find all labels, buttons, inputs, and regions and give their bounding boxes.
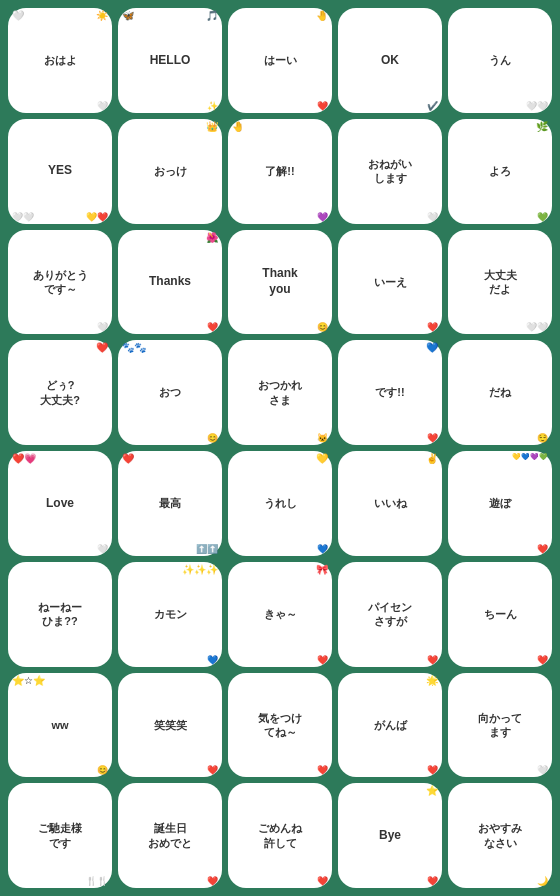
sticker-grid: 🤍 ☀️ おはよ 🤍 🦋 🎵 HELLO ✨ 🤚 はーい ❤️ OK ✔️ うん… [0, 0, 560, 896]
sticker-paisen[interactable]: パイセンさすが ❤️ [338, 562, 442, 667]
sticker-label: HELLO [150, 53, 191, 69]
sticker-label: Thankyou [262, 266, 297, 297]
sticker-saikou[interactable]: ❤️ 最高 ⬆️⬆️ [118, 451, 222, 556]
sticker-label: どぅ?大丈夫? [40, 378, 80, 407]
sticker-label: はーい [264, 53, 297, 67]
sticker-label: ごめんね許して [258, 821, 302, 850]
deco-heart: 🤍 [97, 322, 108, 332]
sticker-iine[interactable]: ✌️ いいね [338, 451, 442, 556]
deco-hearts2: 🤍🤍 [12, 212, 34, 222]
deco-heart: ❤️ [537, 544, 548, 554]
sticker-arigatou[interactable]: ありがとうです～ 🤍 [8, 230, 112, 335]
sticker-ganba[interactable]: 🌟 がんば ❤️ [338, 673, 442, 778]
sticker-label: おやすみなさい [478, 821, 522, 850]
sticker-thankyou[interactable]: Thankyou 😊 [228, 230, 332, 335]
deco-stars: ⭐☆⭐ [12, 675, 45, 686]
sticker-yes[interactable]: YES 💛❤️ 🤍🤍 [8, 119, 112, 224]
sticker-oyasumi[interactable]: おやすみなさい 🌙 [448, 783, 552, 888]
sticker-asobo[interactable]: 💛💙💜💚 遊ぼ ❤️ [448, 451, 552, 556]
deco-sparkle: ✨ [207, 101, 218, 111]
sticker-ok[interactable]: OK ✔️ [338, 8, 442, 113]
sticker-yoro[interactable]: 🌿 よろ 💚 [448, 119, 552, 224]
deco-music: 🎵 [206, 10, 218, 21]
deco-heart: 💜 [317, 212, 328, 222]
sticker-ww[interactable]: ⭐☆⭐ ww 😊 [8, 673, 112, 778]
deco-leaf: 🌿 [536, 121, 548, 132]
deco-hand: 🤚 [316, 10, 328, 21]
deco-moon: 🌙 [537, 876, 548, 886]
deco-heart: 🤍 [97, 544, 108, 554]
sticker-hello[interactable]: 🦋 🎵 HELLO ✨ [118, 8, 222, 113]
sticker-otsukaresama[interactable]: おつかれさま 🐱 [228, 340, 332, 445]
sticker-nee-hima[interactable]: ねーねーひま?? [8, 562, 112, 667]
sticker-label: うれし [264, 496, 297, 510]
deco-heart: ❤️ [427, 655, 438, 665]
deco-heart: 🤍 [12, 10, 24, 21]
deco-heart: ❤️ [207, 876, 218, 886]
sticker-iie[interactable]: いーえ ❤️ [338, 230, 442, 335]
sticker-un[interactable]: うん 🤍🤍 [448, 8, 552, 113]
deco-hearts: ❤️💗 [12, 453, 36, 464]
deco-heart: 🤍 [537, 765, 548, 775]
deco-heart: 💚 [537, 212, 548, 222]
sticker-hai[interactable]: 🤚 はーい ❤️ [228, 8, 332, 113]
sticker-gomenne[interactable]: ごめんね許して ❤️ [228, 783, 332, 888]
deco-ribbon: 🎀 [316, 564, 328, 575]
deco-hearts: 🤍🤍 [526, 322, 548, 332]
sticker-desu[interactable]: 💙 です!! ❤️ [338, 340, 442, 445]
sticker-kamon[interactable]: ✨✨✨ カモン 💙 [118, 562, 222, 667]
deco-butterfly: 🦋 [122, 10, 134, 21]
deco-heart: 💛 [316, 453, 328, 464]
sticker-label: 了解!! [265, 164, 294, 178]
sticker-label: YES [48, 163, 72, 179]
sticker-bye[interactable]: ⭐ Bye ❤️ [338, 783, 442, 888]
deco-cat: 🐱 [317, 433, 328, 443]
deco-heart: ❤️ [317, 765, 328, 775]
sticker-label: 大丈夫だよ [484, 268, 517, 297]
deco-smile: 😊 [317, 322, 328, 332]
sticker-warau[interactable]: 笑笑笑 ❤️ [118, 673, 222, 778]
deco-heart: ❤️ [537, 655, 548, 665]
deco-paws: 🐾🐾 [122, 342, 146, 353]
sticker-okke[interactable]: 👑 おっけ [118, 119, 222, 224]
deco-smile: 😊 [207, 433, 218, 443]
sticker-mukatte[interactable]: 向かってます 🤍 [448, 673, 552, 778]
deco-heart: ❤️ [317, 876, 328, 886]
sticker-label: ww [51, 718, 68, 732]
sticker-label: よろ [489, 164, 511, 178]
deco-heart: 💙 [317, 544, 328, 554]
sticker-label: Bye [379, 828, 401, 844]
sticker-label: 向かってます [478, 711, 522, 740]
sticker-label: うん [489, 53, 511, 67]
sticker-onegai[interactable]: おねがいします 🤍 [338, 119, 442, 224]
sticker-tanjoubi[interactable]: 誕生日おめでと ❤️ [118, 783, 222, 888]
deco-heart: 🤍 [427, 212, 438, 222]
sticker-dane[interactable]: だね 😌 [448, 340, 552, 445]
deco-up: ⬆️⬆️ [196, 544, 218, 554]
sticker-label: ありがとうです～ [33, 268, 88, 297]
sticker-label: がんば [374, 718, 407, 732]
sticker-otsu[interactable]: 🐾🐾 おつ 😊 [118, 340, 222, 445]
deco-hearts: 🤍🤍 [526, 101, 548, 111]
deco-heart: ❤️ [427, 322, 438, 332]
deco-heart: 💙 [207, 655, 218, 665]
deco-heart: ❤️ [207, 765, 218, 775]
deco-face: 😌 [537, 433, 548, 443]
sticker-ureshi[interactable]: 💛 うれし 💙 [228, 451, 332, 556]
sticker-kiwotsukete[interactable]: 気をつけてね～ ❤️ [228, 673, 332, 778]
deco-hearts: 💛❤️ [86, 212, 108, 222]
sticker-daijoubu[interactable]: 大丈夫だよ 🤍🤍 [448, 230, 552, 335]
sticker-ohayo[interactable]: 🤍 ☀️ おはよ 🤍 [8, 8, 112, 113]
sticker-ryokai[interactable]: 🤚 了解!! 💜 [228, 119, 332, 224]
sticker-label: ちーん [484, 607, 517, 621]
sticker-dou[interactable]: ❤️ どぅ?大丈夫? [8, 340, 112, 445]
deco-sun: ☀️ [96, 10, 108, 21]
sticker-chiin[interactable]: ちーん ❤️ [448, 562, 552, 667]
sticker-gochisousama[interactable]: ご馳走様です 🍴🍴 [8, 783, 112, 888]
deco-heart: ❤️ [317, 655, 328, 665]
sticker-label: 最高 [159, 496, 181, 510]
sticker-thanks[interactable]: 🌺 Thanks ❤️ [118, 230, 222, 335]
sticker-kya[interactable]: 🎀 きゃ～ ❤️ [228, 562, 332, 667]
sticker-love[interactable]: ❤️💗 Love 🤍 [8, 451, 112, 556]
sticker-label: おっけ [154, 164, 187, 178]
